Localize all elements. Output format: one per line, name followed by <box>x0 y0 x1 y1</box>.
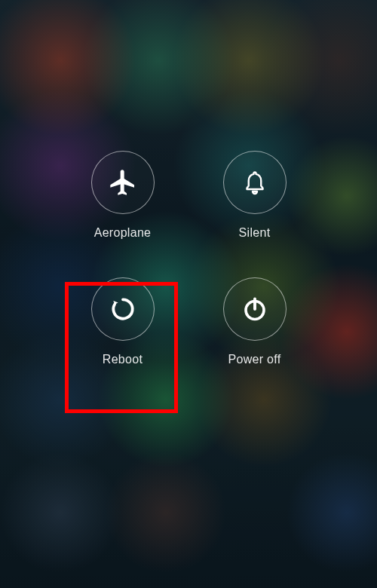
reboot-button[interactable]: Reboot <box>78 277 168 366</box>
power-off-icon-circle <box>223 277 287 341</box>
silent-mode-button[interactable]: Silent <box>210 151 300 240</box>
power-off-button[interactable]: Power off <box>210 277 300 366</box>
airplane-icon <box>108 167 138 198</box>
bell-icon <box>241 169 268 196</box>
silent-icon-circle <box>223 151 287 214</box>
power-icon <box>241 296 268 323</box>
power-off-label: Power off <box>228 353 281 366</box>
aeroplane-icon-circle <box>91 151 155 214</box>
aeroplane-mode-button[interactable]: Aeroplane <box>78 151 168 240</box>
reboot-label: Reboot <box>103 353 143 366</box>
reboot-icon <box>109 295 137 323</box>
silent-label: Silent <box>239 226 271 240</box>
reboot-icon-circle <box>91 277 155 341</box>
aeroplane-label: Aeroplane <box>94 226 152 240</box>
power-menu: Aeroplane Silent Reboot <box>0 151 377 366</box>
